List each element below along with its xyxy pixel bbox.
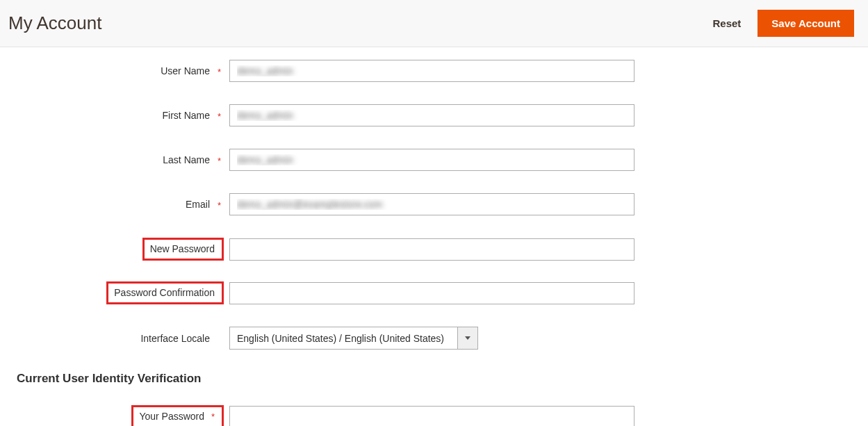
page-header: My Account Reset Save Account (0, 0, 868, 47)
new-password-input[interactable] (229, 238, 634, 261)
required-icon: * (218, 67, 221, 77)
firstname-label-wrap: First Name * (17, 110, 229, 121)
your-password-input[interactable] (229, 406, 634, 427)
password-confirmation-label: Password Confirmation (114, 287, 215, 298)
required-icon: * (211, 411, 215, 422)
lastname-row: Last Name * (17, 149, 868, 171)
password-confirmation-row: Password Confirmation (17, 281, 868, 304)
save-account-button[interactable]: Save Account (758, 10, 854, 37)
verification-heading: Current User Identity Verification (17, 372, 868, 386)
lastname-label: Last Name (163, 154, 210, 165)
required-icon: * (218, 156, 221, 166)
header-actions: Reset Save Account (712, 10, 854, 37)
account-form: User Name * First Name * Last Name * Ema… (0, 47, 868, 426)
firstname-input[interactable] (229, 104, 634, 126)
lastname-label-wrap: Last Name * (17, 154, 229, 165)
your-password-label: Your Password (139, 411, 204, 422)
new-password-label-wrap: New Password (17, 238, 229, 261)
password-confirmation-input[interactable] (229, 282, 634, 304)
highlight-annotation: Password Confirmation (106, 281, 224, 304)
interface-locale-row: Interface Locale English (United States)… (17, 327, 868, 350)
password-confirmation-label-wrap: Password Confirmation (17, 281, 229, 304)
username-label-wrap: User Name * (17, 65, 229, 76)
chevron-down-icon (457, 327, 478, 350)
username-row: User Name * (17, 60, 868, 82)
username-input[interactable] (229, 60, 634, 82)
reset-button[interactable]: Reset (712, 17, 741, 29)
lastname-input[interactable] (229, 149, 634, 171)
email-row: Email * (17, 193, 868, 215)
your-password-label-wrap: Your Password * (17, 405, 229, 426)
highlight-annotation: Your Password * (131, 405, 224, 426)
username-label: User Name (161, 65, 210, 76)
email-label-wrap: Email * (17, 199, 229, 210)
page-title: My Account (8, 13, 101, 34)
required-icon: * (218, 111, 221, 122)
interface-locale-label: Interface Locale (140, 333, 210, 344)
required-icon: * (218, 200, 221, 211)
interface-locale-select[interactable]: English (United States) / English (Unite… (229, 327, 478, 350)
interface-locale-selected: English (United States) / English (Unite… (229, 327, 457, 350)
email-input[interactable] (229, 193, 634, 215)
firstname-label: First Name (163, 110, 210, 121)
highlight-annotation: New Password (142, 238, 224, 261)
new-password-label: New Password (150, 243, 215, 254)
your-password-row: Your Password * (17, 405, 868, 426)
interface-locale-label-wrap: Interface Locale (17, 333, 229, 344)
email-label: Email (186, 199, 210, 210)
firstname-row: First Name * (17, 104, 868, 126)
new-password-row: New Password (17, 238, 868, 261)
